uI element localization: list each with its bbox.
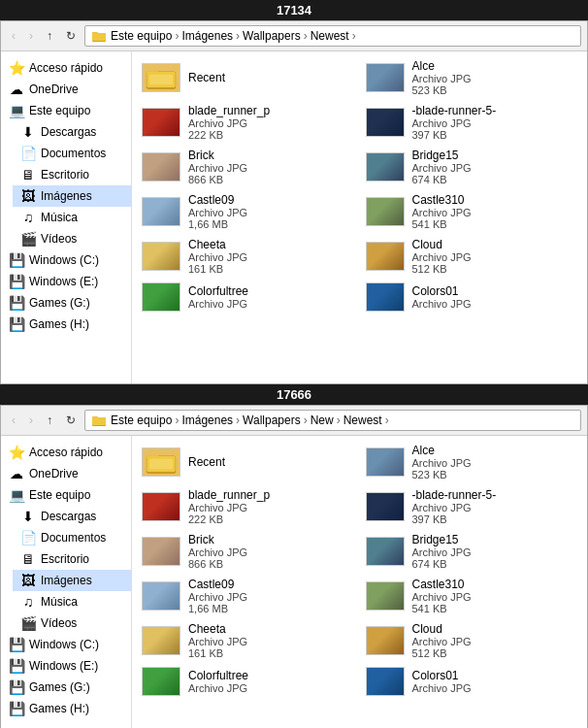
list-item[interactable]: blade_runner_p Archivo JPG 222 KB xyxy=(136,100,360,145)
list-item[interactable]: Castle09 Archivo JPG 1,66 MB xyxy=(136,574,360,618)
windows-c-icon: 💾 xyxy=(9,252,24,268)
file-info: Brick Archivo JPG 866 KB xyxy=(188,149,247,185)
file-size: 674 KB xyxy=(412,558,472,570)
sidebar-item-acceso-rapido[interactable]: ⭐ Acceso rápido xyxy=(1,442,131,463)
file-info: Castle09 Archivo JPG 1,66 MB xyxy=(188,578,247,614)
file-info: Castle310 Archivo JPG 541 KB xyxy=(412,578,472,614)
sidebar-item-musica[interactable]: ♫ Música xyxy=(13,207,131,228)
sidebar-item-videos[interactable]: 🎬 Vídeos xyxy=(13,612,131,634)
up-button[interactable]: ↑ xyxy=(42,26,57,46)
sidebar-item-onedrive[interactable]: ☁ OneDrive xyxy=(1,463,131,484)
file-info: Recent xyxy=(188,71,225,84)
list-item[interactable]: Bridge15 Archivo JPG 674 KB xyxy=(360,145,584,189)
breadcrumb-item[interactable]: Imágenes xyxy=(181,414,233,427)
list-item[interactable]: Recent xyxy=(136,440,360,484)
sidebar-item-este-equipo[interactable]: 💻 Este equipo xyxy=(1,100,131,121)
file-size: 161 KB xyxy=(188,263,247,275)
breadcrumb-item[interactable]: Newest xyxy=(310,29,349,43)
forward-button[interactable]: › xyxy=(24,26,38,46)
breadcrumb-item[interactable]: Wallpapers xyxy=(243,29,301,43)
sidebar-item-videos[interactable]: 🎬 Vídeos xyxy=(13,228,131,249)
list-item[interactable]: Bridge15 Archivo JPG 674 KB xyxy=(360,529,584,574)
list-item[interactable]: Cheeta Archivo JPG 161 KB xyxy=(136,234,360,279)
sidebar-item-este-equipo[interactable]: 💻 Este equipo xyxy=(1,484,131,506)
refresh-button[interactable]: ↻ xyxy=(61,411,81,430)
list-item[interactable]: Brick Archivo JPG 866 KB xyxy=(136,529,360,574)
back-button[interactable]: ‹ xyxy=(7,411,20,430)
list-item[interactable]: Castle310 Archivo JPG 541 KB xyxy=(360,574,584,618)
file-info: Cloud Archivo JPG 512 KB xyxy=(412,238,472,275)
sidebar-item-imagenes[interactable]: 🖼 Imágenes xyxy=(13,570,131,591)
breadcrumb-item[interactable]: Newest xyxy=(343,414,382,427)
onedrive-icon: ☁ xyxy=(9,82,24,97)
sidebar-item-escritorio[interactable]: 🖥 Escritorio xyxy=(13,164,131,185)
sidebar-item-documentos[interactable]: 📄 Documentos xyxy=(13,143,131,164)
list-item[interactable]: Alce Archivo JPG 523 KB xyxy=(360,440,584,484)
list-item[interactable]: blade_runner_p Archivo JPG 222 KB xyxy=(136,484,360,529)
refresh-button[interactable]: ↻ xyxy=(61,26,81,46)
breadcrumb-item[interactable]: Wallpapers xyxy=(243,414,301,427)
file-type: Archivo JPG xyxy=(188,298,248,310)
sidebar-item-games-h[interactable]: 💾 Games (H:) xyxy=(1,314,131,335)
sidebar-item-documentos[interactable]: 📄 Documentos xyxy=(13,527,131,548)
sidebar-label: OneDrive xyxy=(29,467,79,480)
list-item[interactable]: Castle09 Archivo JPG 1,66 MB xyxy=(136,189,360,234)
list-item[interactable]: -blade-runner-5- Archivo JPG 397 KB xyxy=(360,484,584,529)
list-item[interactable]: Recent xyxy=(136,55,360,100)
file-name: Brick xyxy=(188,533,247,546)
descargas-icon: ⬇ xyxy=(20,509,36,524)
sidebar-item-windows-e[interactable]: 💾 Windows (E:) xyxy=(1,271,131,292)
forward-button[interactable]: › xyxy=(24,411,38,430)
list-item[interactable]: Brick Archivo JPG 866 KB xyxy=(136,145,360,189)
breadcrumb-separator: › xyxy=(304,29,308,43)
file-size: 512 KB xyxy=(412,263,472,275)
breadcrumb-item[interactable]: New xyxy=(310,414,334,427)
sidebar-item-games-h[interactable]: 💾 Games (H:) xyxy=(1,698,131,719)
folder-icon xyxy=(91,413,107,428)
list-item[interactable]: Colors01 Archivo JPG xyxy=(360,279,584,315)
breadcrumb-separator: › xyxy=(304,414,308,427)
file-info: Brick Archivo JPG 866 KB xyxy=(188,533,247,570)
list-item[interactable]: Alce Archivo JPG 523 KB xyxy=(360,55,584,100)
file-thumbnail xyxy=(142,626,180,655)
sidebar-item-windows-e[interactable]: 💾 Windows (E:) xyxy=(1,655,131,677)
sidebar-item-descargas[interactable]: ⬇ Descargas xyxy=(13,506,131,527)
breadcrumb-item[interactable]: Este equipo xyxy=(111,29,172,43)
documentos-icon: 📄 xyxy=(20,530,36,546)
sidebar-item-descargas[interactable]: ⬇ Descargas xyxy=(13,121,131,143)
back-button[interactable]: ‹ xyxy=(7,26,20,46)
breadcrumb[interactable]: Este equipo›Imágenes›Wallpapers›New›Newe… xyxy=(84,410,581,431)
sidebar-item-acceso-rapido[interactable]: ⭐ Acceso rápido xyxy=(1,57,131,79)
sidebar-item-onedrive[interactable]: ☁ OneDrive xyxy=(1,79,131,100)
sidebar-item-games-g[interactable]: 💾 Games (G:) xyxy=(1,677,131,698)
sidebar-item-musica[interactable]: ♫ Música xyxy=(13,591,131,612)
list-item[interactable]: Colorfultree Archivo JPG xyxy=(136,279,360,315)
breadcrumb-item[interactable]: Imágenes xyxy=(181,29,233,43)
list-item[interactable]: -blade-runner-5- Archivo JPG 397 KB xyxy=(360,100,584,145)
list-item[interactable]: Colorfultree Archivo JPG xyxy=(136,663,360,700)
file-name: Castle09 xyxy=(188,193,247,207)
list-item[interactable]: Cloud Archivo JPG 512 KB xyxy=(360,234,584,279)
file-name: blade_runner_p xyxy=(188,488,270,502)
file-thumbnail xyxy=(142,282,180,312)
list-item[interactable]: Cloud Archivo JPG 512 KB xyxy=(360,618,584,663)
list-item[interactable]: Castle310 Archivo JPG 541 KB xyxy=(360,189,584,234)
breadcrumb-item[interactable]: Este equipo xyxy=(111,414,172,427)
sidebar-item-imagenes[interactable]: 🖼 Imágenes xyxy=(13,185,131,207)
sidebar-item-games-g[interactable]: 💾 Games (G:) xyxy=(1,292,131,314)
breadcrumb-separator: › xyxy=(175,29,179,43)
list-item[interactable]: Cheeta Archivo JPG 161 KB xyxy=(136,618,360,663)
sidebar-item-windows-c[interactable]: 💾 Windows (C:) xyxy=(1,634,131,655)
list-item[interactable]: Colors01 Archivo JPG xyxy=(360,663,584,700)
sidebar-item-windows-c[interactable]: 💾 Windows (C:) xyxy=(1,249,131,271)
musica-icon: ♫ xyxy=(20,210,36,225)
file-thumbnail xyxy=(366,492,405,521)
breadcrumb[interactable]: Este equipo›Imágenes›Wallpapers›Newest › xyxy=(84,25,581,47)
file-type: Archivo JPG xyxy=(412,502,497,513)
sidebar-item-escritorio[interactable]: 🖥 Escritorio xyxy=(13,548,131,570)
sidebar-label: Windows (E:) xyxy=(29,275,98,288)
file-type: Archivo JPG xyxy=(412,117,497,129)
up-button[interactable]: ↑ xyxy=(42,411,57,430)
este-equipo-icon: 💻 xyxy=(9,103,24,118)
file-type: Archivo JPG xyxy=(188,546,247,558)
